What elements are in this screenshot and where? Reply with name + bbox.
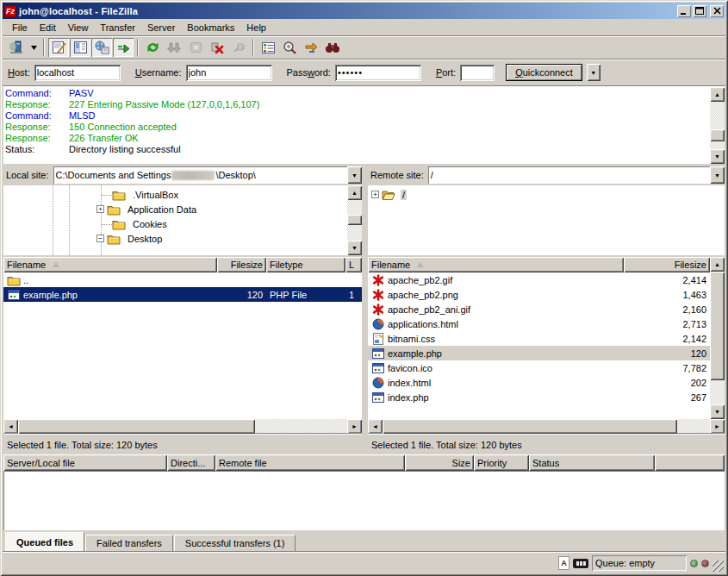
tab-successful-transfers[interactable]: Successful transfers (1) [174, 535, 296, 552]
file-row-selected[interactable]: example.php120 [368, 346, 710, 360]
file-row[interactable]: applications.html2,713 [368, 316, 710, 331]
expand-icon[interactable]: + [371, 191, 379, 198]
file-row[interactable]: index.php267 [368, 390, 710, 404]
quickconnect-button[interactable]: Quickconnect [506, 64, 582, 81]
tree-item[interactable]: − Desktop [3, 231, 347, 246]
column-header-filename[interactable]: Filename [368, 257, 624, 272]
toggle-remote-tree-button[interactable] [91, 38, 112, 57]
remote-list-hscrollbar[interactable]: ◄ ► [368, 419, 725, 434]
maximize-button[interactable] [693, 5, 706, 17]
local-site-combo[interactable]: C:\Documents and Settings\Desktop\ [53, 166, 347, 184]
refresh-button[interactable] [142, 38, 163, 57]
column-header-filetype[interactable]: Filetype [266, 257, 345, 272]
filezilla-app-icon[interactable]: Fz [4, 5, 16, 17]
compare-directories-button[interactable] [279, 38, 300, 57]
file-row[interactable]: bitnami.css2,142 [368, 331, 710, 346]
collapse-icon[interactable]: − [96, 235, 104, 242]
column-header-filesize[interactable]: Filesize [217, 257, 266, 272]
menu-file[interactable]: File [6, 21, 34, 34]
expand-icon[interactable]: + [96, 205, 104, 213]
log-scrollbar[interactable]: ▲ ▼ [710, 87, 725, 164]
queue-body[interactable] [3, 471, 725, 530]
menu-transfer[interactable]: Transfer [94, 21, 141, 34]
local-tree-body[interactable]: .VirtualBox + Application Data Cookies − [3, 185, 347, 255]
column-header-direction[interactable]: Directi... [167, 454, 215, 471]
file-row[interactable]: favicon.ico7,782 [368, 360, 710, 375]
scroll-thumb[interactable] [347, 215, 362, 225]
menu-view[interactable]: View [62, 21, 95, 34]
password-input[interactable] [335, 65, 421, 81]
column-header-filename[interactable]: Filename [3, 257, 217, 272]
column-header-status[interactable]: Status [529, 454, 655, 471]
username-input[interactable] [186, 65, 272, 81]
tab-queued-files[interactable]: Queued files [5, 532, 84, 552]
remote-list-body[interactable]: apache_pb2.gif2,414 apache_pb2.png1,463 … [368, 272, 710, 419]
column-header-size[interactable]: Size [405, 454, 474, 471]
minimize-button[interactable] [677, 5, 691, 17]
scroll-down-button[interactable]: ▼ [347, 241, 362, 255]
scroll-left-button[interactable]: ◄ [368, 419, 383, 434]
disconnect-button[interactable] [207, 38, 227, 57]
remote-site-dropdown-button[interactable]: ▼ [710, 166, 725, 184]
scroll-up-button[interactable]: ▲ [710, 257, 725, 272]
quickconnect-dropdown-button[interactable]: ▼ [587, 64, 600, 81]
synchronized-browsing-button[interactable] [301, 38, 321, 57]
column-header-lastmodified[interactable]: L [345, 257, 362, 272]
file-row[interactable]: index.html202 [368, 375, 710, 390]
scroll-right-button[interactable]: ► [347, 419, 362, 434]
scroll-up-button[interactable]: ▲ [347, 185, 362, 200]
remote-site-combo[interactable]: / [428, 166, 710, 184]
close-button[interactable] [710, 5, 724, 17]
local-list-body[interactable]: .. example.php 120 PHP File 1 [3, 272, 362, 419]
process-queue-button[interactable] [164, 38, 184, 57]
file-row[interactable]: apache_pb2.gif2,414 [368, 272, 710, 287]
local-tree-scrollbar[interactable]: ▲ ▼ [347, 185, 362, 255]
scroll-thumb[interactable] [710, 272, 725, 380]
column-header-priority[interactable]: Priority [474, 454, 529, 471]
tree-item[interactable]: + / [368, 187, 725, 202]
local-list-hscrollbar[interactable]: ◄ ► [3, 419, 362, 434]
column-header-remotefile[interactable]: Remote file [215, 454, 405, 471]
scroll-up-button[interactable]: ▲ [710, 87, 725, 102]
scroll-right-button[interactable]: ► [710, 419, 725, 434]
file-row[interactable]: apache_pb2_ani.gif2,160 [368, 302, 710, 316]
menu-edit[interactable]: Edit [34, 21, 62, 34]
local-site-dropdown-button[interactable]: ▼ [347, 166, 362, 184]
resize-grip[interactable] [712, 560, 724, 572]
speed-limits-icon[interactable] [573, 559, 588, 568]
tab-failed-transfers[interactable]: Failed transfers [85, 535, 173, 552]
scroll-down-button[interactable]: ▼ [710, 149, 725, 164]
scroll-left-button[interactable]: ◄ [3, 419, 18, 434]
scroll-down-button[interactable]: ▼ [710, 404, 725, 419]
tree-item[interactable]: Cookies [3, 216, 347, 231]
remote-tree-body[interactable]: + / [368, 185, 725, 255]
message-log-body[interactable]: Command:PASV Response:227 Entering Passi… [3, 87, 710, 164]
find-files-button[interactable] [322, 38, 343, 57]
host-input[interactable] [34, 65, 121, 81]
file-row[interactable]: apache_pb2.png1,463 [368, 287, 710, 302]
toggle-local-tree-button[interactable] [70, 38, 90, 57]
tree-item[interactable]: .VirtualBox [3, 187, 347, 202]
vertical-splitter[interactable] [362, 166, 368, 453]
site-manager-button[interactable] [6, 38, 27, 57]
column-header-serverlocal[interactable]: Server/Local file [3, 454, 167, 471]
toggle-message-log-button[interactable] [48, 38, 69, 57]
scroll-thumb[interactable] [383, 419, 677, 434]
column-header-filesize[interactable]: Filesize [624, 257, 710, 272]
tree-item[interactable]: + Application Data [3, 202, 347, 216]
cancel-operation-button[interactable] [185, 38, 206, 57]
toggle-queue-button[interactable] [113, 38, 134, 57]
menu-help[interactable]: Help [240, 21, 272, 34]
menu-server[interactable]: Server [141, 21, 181, 34]
menu-bookmarks[interactable]: Bookmarks [181, 21, 240, 34]
port-input[interactable] [460, 65, 495, 81]
remote-list-scrollbar[interactable]: ▲ ▼ [710, 257, 725, 419]
file-row[interactable]: .. [3, 272, 362, 287]
reconnect-button[interactable] [228, 38, 249, 57]
scroll-thumb[interactable] [18, 419, 255, 434]
transfer-type-icon[interactable]: A [558, 556, 569, 570]
site-manager-dropdown-button[interactable] [28, 38, 40, 57]
filter-button[interactable] [258, 38, 278, 57]
title-bar[interactable]: Fz john@localhost - FileZilla [3, 3, 725, 19]
scroll-thumb[interactable] [710, 129, 725, 141]
